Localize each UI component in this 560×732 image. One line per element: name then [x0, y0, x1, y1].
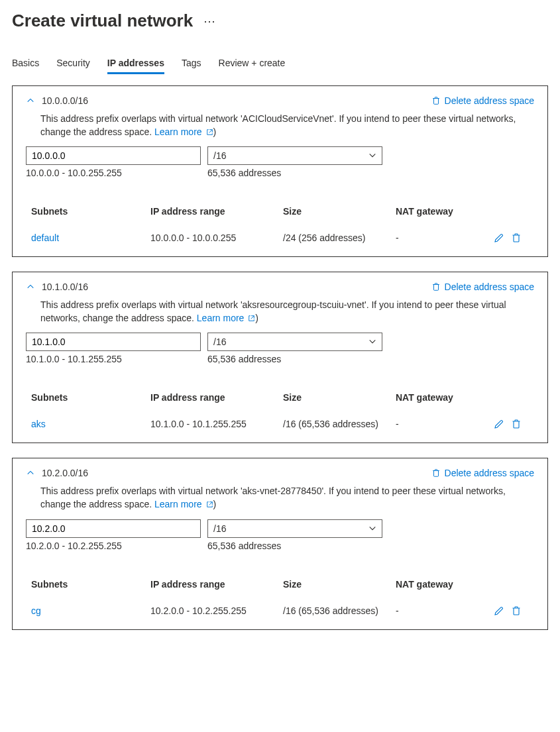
col-nat: NAT gateway	[396, 206, 482, 217]
address-space-prefix-select[interactable]: /16	[207, 333, 382, 351]
learn-more-link[interactable]: Learn more	[197, 313, 255, 323]
collapse-toggle[interactable]	[26, 282, 35, 291]
col-subnets: Subnets	[31, 392, 150, 403]
address-space-cidr: 10.0.0.0/16	[42, 95, 88, 106]
more-actions-button[interactable]: ⋯	[203, 14, 216, 28]
pencil-icon	[494, 419, 504, 429]
edit-subnet-button[interactable]	[494, 605, 504, 616]
col-range: IP address range	[150, 579, 283, 590]
prefix-value: /16	[213, 150, 226, 161]
subnet-row: default 10.0.0.0 - 10.0.0.255 /24 (256 a…	[31, 225, 534, 251]
edit-subnet-button[interactable]	[494, 419, 504, 429]
col-subnets: Subnets	[31, 206, 150, 217]
subnet-range: 10.1.0.0 - 10.1.255.255	[150, 419, 283, 429]
delete-subnet-button[interactable]	[511, 419, 522, 429]
tab-review-create[interactable]: Review + create	[219, 55, 286, 74]
subnet-nat: -	[396, 419, 482, 429]
pencil-icon	[494, 605, 504, 616]
subnet-row: aks 10.1.0.0 - 10.1.255.255 /16 (65,536 …	[31, 411, 534, 437]
subnet-row: cg 10.2.0.0 - 10.2.255.255 /16 (65,536 a…	[31, 598, 534, 624]
trash-icon	[431, 96, 441, 105]
subnet-table-header: Subnets IP address range Size NAT gatewa…	[31, 571, 534, 598]
chevron-down-icon	[368, 525, 376, 533]
address-count-text: 65,536 addresses	[207, 541, 382, 551]
trash-icon	[511, 233, 522, 243]
address-space-ip-input[interactable]	[26, 519, 201, 538]
delete-address-space-label: Delete address space	[445, 95, 534, 106]
subnet-nat: -	[396, 605, 482, 616]
subnet-table-header: Subnets IP address range Size NAT gatewa…	[31, 384, 534, 411]
subnet-size: /16 (65,536 addresses)	[283, 419, 396, 429]
address-space-card: 10.2.0.0/16 Delete address space This ad…	[12, 458, 548, 629]
wizard-tabs: BasicsSecurityIP addressesTagsReview + c…	[12, 55, 548, 74]
tab-tags[interactable]: Tags	[182, 55, 201, 74]
subnet-size: /24 (256 addresses)	[283, 233, 396, 243]
col-range: IP address range	[150, 392, 283, 403]
address-range-text: 10.0.0.0 - 10.0.255.255	[26, 168, 201, 178]
address-space-ip-input[interactable]	[26, 333, 201, 351]
subnet-range: 10.2.0.0 - 10.2.255.255	[150, 605, 283, 616]
address-space-cidr: 10.1.0.0/16	[42, 282, 88, 292]
subnet-name-link[interactable]: aks	[31, 419, 46, 429]
delete-address-space-button[interactable]: Delete address space	[431, 468, 534, 478]
chevron-down-icon	[368, 338, 376, 346]
address-range-text: 10.1.0.0 - 10.1.255.255	[26, 354, 201, 364]
col-nat: NAT gateway	[396, 579, 482, 590]
edit-subnet-button[interactable]	[494, 233, 504, 243]
col-size: Size	[283, 579, 396, 590]
address-space-prefix-select[interactable]: /16	[207, 519, 382, 538]
address-space-ip-input[interactable]	[26, 146, 201, 165]
delete-address-space-label: Delete address space	[445, 468, 534, 478]
chevron-down-icon	[368, 152, 376, 160]
overlap-warning-text: This address prefix overlaps with virtua…	[40, 113, 534, 138]
trash-icon	[511, 419, 522, 429]
overlap-warning-text: This address prefix overlaps with virtua…	[40, 299, 534, 325]
external-link-icon	[248, 315, 255, 322]
collapse-toggle[interactable]	[26, 468, 35, 478]
subnet-table-header: Subnets IP address range Size NAT gatewa…	[31, 198, 534, 225]
overlap-warning-text: This address prefix overlaps with virtua…	[40, 485, 534, 511]
external-link-icon	[206, 129, 213, 136]
subnet-nat: -	[396, 233, 482, 243]
address-count-text: 65,536 addresses	[207, 168, 382, 178]
delete-address-space-label: Delete address space	[445, 282, 534, 292]
learn-more-link[interactable]: Learn more	[154, 127, 213, 137]
address-space-card: 10.0.0.0/16 Delete address space This ad…	[12, 85, 548, 257]
subnet-size: /16 (65,536 addresses)	[283, 605, 396, 616]
col-range: IP address range	[150, 206, 283, 217]
tab-security[interactable]: Security	[56, 55, 90, 74]
tab-basics[interactable]: Basics	[12, 55, 39, 74]
page-title: Create virtual network	[12, 11, 193, 31]
trash-icon	[431, 468, 441, 478]
delete-address-space-button[interactable]: Delete address space	[431, 95, 534, 106]
address-space-cidr: 10.2.0.0/16	[42, 468, 88, 478]
col-nat: NAT gateway	[396, 392, 482, 403]
prefix-value: /16	[213, 523, 226, 534]
delete-subnet-button[interactable]	[511, 605, 522, 616]
subnet-name-link[interactable]: cg	[31, 605, 41, 616]
pencil-icon	[494, 233, 504, 243]
address-count-text: 65,536 addresses	[207, 354, 382, 364]
subnet-range: 10.0.0.0 - 10.0.0.255	[150, 233, 283, 243]
col-size: Size	[283, 392, 396, 403]
prefix-value: /16	[213, 337, 226, 347]
col-size: Size	[283, 206, 396, 217]
tab-ip-addresses[interactable]: IP addresses	[107, 55, 164, 74]
address-space-card: 10.1.0.0/16 Delete address space This ad…	[12, 272, 548, 443]
delete-subnet-button[interactable]	[511, 233, 522, 243]
address-range-text: 10.2.0.0 - 10.2.255.255	[26, 541, 201, 551]
subnet-name-link[interactable]: default	[31, 233, 59, 243]
address-space-prefix-select[interactable]: /16	[207, 146, 382, 165]
delete-address-space-button[interactable]: Delete address space	[431, 282, 534, 292]
col-subnets: Subnets	[31, 579, 150, 590]
learn-more-link[interactable]: Learn more	[154, 499, 213, 509]
external-link-icon	[206, 501, 213, 508]
trash-icon	[431, 282, 441, 291]
trash-icon	[511, 605, 522, 616]
collapse-toggle[interactable]	[26, 96, 35, 105]
